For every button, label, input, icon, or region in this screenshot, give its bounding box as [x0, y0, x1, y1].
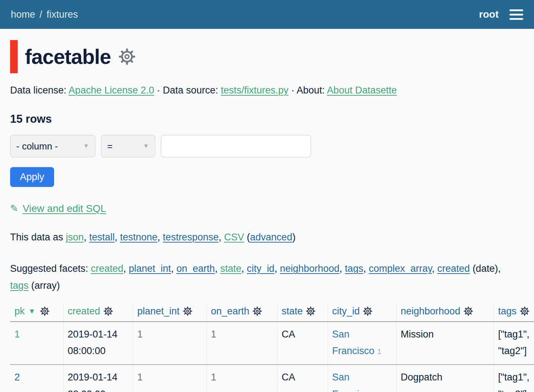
about-link[interactable]: About Datasette [327, 85, 397, 96]
sort-desc-icon: ▼ [29, 307, 36, 315]
cell-on-earth: 1 [206, 322, 277, 365]
hamburger-bar [509, 9, 523, 11]
row-pk-link[interactable]: 2 [14, 372, 20, 383]
export-json-link[interactable]: json [66, 232, 84, 243]
facet-link-state[interactable]: state [220, 263, 242, 274]
cell-neighborhood: Mission [396, 322, 494, 365]
column-header-on-earth: on_earth [206, 304, 277, 322]
comma: , [432, 263, 435, 274]
filter-column-select[interactable]: - column - ▼ [10, 135, 95, 157]
column-state-gear-icon[interactable] [306, 306, 316, 316]
table-actions-gear-icon[interactable] [118, 48, 136, 66]
apply-button[interactable]: Apply [10, 167, 54, 187]
filter-operator-select[interactable]: = ▼ [101, 135, 155, 157]
facets-prefix: Suggested facets: [10, 263, 88, 274]
facet-suffix-date: (date) [473, 263, 498, 274]
export-testnone-link[interactable]: testnone [120, 232, 158, 243]
column-planet-int-gear-icon[interactable] [183, 306, 193, 316]
nav-right: root [479, 8, 523, 21]
column-header-tags-link[interactable]: tags [498, 306, 517, 317]
hamburger-bar [509, 14, 523, 16]
export-testall-link[interactable]: testall [89, 232, 115, 243]
breadcrumb: home / fixtures [11, 9, 78, 20]
facet-link-created[interactable]: created [91, 263, 123, 274]
column-tags-gear-icon[interactable] [520, 306, 530, 316]
column-header-city-id-link[interactable]: city_id [332, 306, 360, 317]
license-label: Data license: [10, 85, 66, 96]
column-created-gear-icon[interactable] [103, 306, 113, 316]
column-header-on-earth-link[interactable]: on_earth [211, 306, 250, 317]
row-count: 15 rows [10, 113, 534, 126]
cell-city-id: San Francisco1 [328, 322, 396, 365]
facet-suffix-array: (array) [31, 280, 60, 291]
breadcrumb-home-link[interactable]: home [11, 9, 35, 20]
comma: , [363, 263, 366, 274]
open-paren: ( [247, 232, 250, 243]
cell-tags: ["tag1", "tag3"] [494, 365, 534, 392]
sql-row: ✎View and edit SQL [10, 203, 534, 214]
facet-link-city-id[interactable]: city_id [247, 263, 275, 274]
facet-link-neighborhood[interactable]: neighborhood [280, 263, 340, 274]
facet-link-created-date[interactable]: created [437, 263, 470, 274]
column-city-id-gear-icon[interactable] [363, 306, 373, 316]
filter-column-selected-value: - column - [16, 141, 58, 152]
cell-created: 2019-01-14 08:00:00 [63, 322, 133, 365]
top-nav-bar: home / fixtures root [0, 0, 534, 29]
hamburger-menu-icon[interactable] [509, 8, 523, 21]
table-row: 2 2019-01-14 08:00:00 1 1 CA San Francis… [10, 365, 534, 392]
row-pk-link[interactable]: 1 [14, 329, 20, 340]
column-header-created-link[interactable]: created [68, 306, 100, 317]
breadcrumb-database-link[interactable]: fixtures [47, 9, 78, 20]
column-header-neighborhood-link[interactable]: neighborhood [401, 306, 460, 317]
database-color-bar [10, 40, 18, 73]
cell-tags: ["tag1", "tag2"] [494, 322, 534, 365]
cell-planet-int: 1 [133, 322, 206, 365]
facet-link-planet-int[interactable]: planet_int [129, 263, 171, 274]
comma: , [157, 232, 160, 243]
column-on-earth-gear-icon[interactable] [252, 306, 262, 316]
city-link[interactable]: San Francisco [332, 372, 375, 392]
export-csv-link[interactable]: CSV [224, 232, 244, 243]
column-header-state-link[interactable]: state [282, 306, 303, 317]
license-link[interactable]: Apache License 2.0 [69, 85, 154, 96]
column-header-tags: tags [494, 304, 534, 322]
cell-neighborhood: Dogpatch [396, 365, 494, 392]
filter-operator-selected-value: = [107, 141, 113, 152]
column-header-pk: pk▼ [10, 304, 63, 322]
cell-pk: 1 [10, 322, 63, 365]
column-header-state: state [277, 304, 328, 322]
filter-row: - column - ▼ = ▼ [10, 135, 534, 157]
column-header-pk-link[interactable]: pk [14, 306, 25, 317]
meta-separator: · [291, 85, 294, 96]
comma: , [241, 263, 244, 274]
comma: , [171, 263, 174, 274]
column-header-planet-int-link[interactable]: planet_int [137, 306, 180, 317]
export-prefix: This data as [10, 232, 63, 243]
comma: , [123, 263, 126, 274]
filter-value-input[interactable] [161, 135, 311, 157]
facet-link-on-earth[interactable]: on_earth [176, 263, 215, 274]
column-header-planet-int: planet_int [133, 304, 206, 322]
facet-link-tags[interactable]: tags [345, 263, 363, 274]
cell-state: CA [277, 365, 328, 392]
comma: , [215, 263, 218, 274]
column-pk-gear-icon[interactable] [40, 306, 50, 316]
comma: , [115, 232, 118, 243]
facet-link-complex-array[interactable]: complex_array [369, 263, 432, 274]
export-csv-advanced-link[interactable]: advanced [250, 232, 292, 243]
facet-link-tags-array[interactable]: tags [10, 280, 29, 291]
column-header-created: created [63, 304, 133, 322]
city-link[interactable]: San Francisco [332, 329, 375, 356]
view-edit-sql-link[interactable]: View and edit SQL [23, 203, 106, 214]
source-link[interactable]: tests/fixtures.py [221, 85, 289, 96]
meta-separator: · [157, 85, 160, 96]
metadata-line: Data license: Apache License 2.0 · Data … [10, 85, 534, 96]
column-header-neighborhood: neighborhood [396, 304, 494, 322]
source-label: Data source: [163, 85, 218, 96]
column-neighborhood-gear-icon[interactable] [463, 306, 473, 316]
comma: , [219, 232, 222, 243]
comma: , [340, 263, 342, 274]
breadcrumb-separator: / [40, 9, 43, 20]
export-testresponse-link[interactable]: testresponse [163, 232, 219, 243]
hamburger-bar [509, 18, 523, 20]
